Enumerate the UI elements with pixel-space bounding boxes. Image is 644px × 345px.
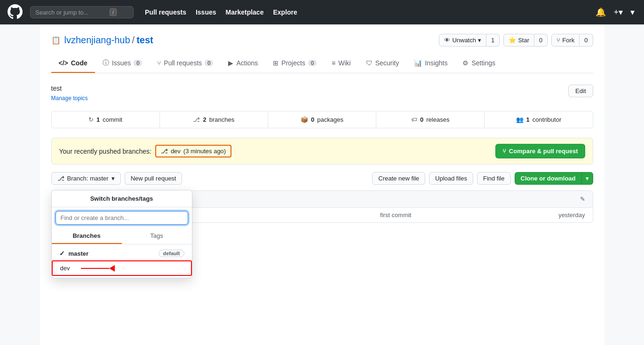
pr-count: 0: [205, 60, 213, 66]
recent-push-banner: Your recently pushed branches: ⎇ dev (3 …: [51, 138, 593, 165]
tab-security[interactable]: 🛡 Security: [358, 54, 407, 73]
contributors-icon: 👥: [516, 116, 524, 123]
wiki-icon: ≡: [332, 59, 335, 67]
code-icon: </>: [59, 59, 68, 67]
notifications-icon[interactable]: 🔔: [594, 5, 608, 19]
branch-tag: ⎇ dev (3 minutes ago): [155, 145, 231, 157]
edit-pencil-icon[interactable]: ✎: [580, 196, 585, 203]
commits-icon: ↻: [88, 116, 94, 123]
topnav-pull-requests[interactable]: Pull requests: [141, 6, 190, 19]
repo-name-link[interactable]: test: [136, 35, 153, 46]
tab-code[interactable]: </> Code: [51, 54, 95, 73]
find-file-button[interactable]: Find file: [477, 172, 511, 185]
plus-icon[interactable]: +▾: [612, 5, 625, 19]
new-pull-request-button[interactable]: New pull request: [125, 172, 183, 185]
topnav-marketplace[interactable]: Marketplace: [222, 6, 268, 19]
tab-wiki[interactable]: ≡ Wiki: [324, 54, 358, 73]
tab-insights[interactable]: 📊 Insights: [406, 54, 455, 73]
search-box[interactable]: /: [30, 6, 134, 18]
branch-item-master[interactable]: ✓ master default: [52, 246, 192, 260]
dropdown-tabs: Branches Tags: [52, 228, 192, 244]
branches-icon: ⎇: [193, 116, 200, 123]
search-input[interactable]: [35, 9, 106, 16]
star-group: ⭐ Star 0: [503, 34, 548, 47]
chevron-down-icon: ▾: [111, 175, 115, 182]
fork-count[interactable]: 0: [580, 34, 593, 47]
clone-download-group: Clone or download ▾: [515, 172, 593, 185]
dropdown-search-container: [52, 207, 192, 228]
default-badge: default: [159, 250, 184, 257]
insights-icon: 📊: [414, 59, 422, 67]
dropdown-branch-list: ✓ master default dev: [52, 244, 192, 278]
contributors-stat[interactable]: 👥 1 contributor: [485, 111, 592, 128]
top-navigation: / Pull requests Issues Marketplace Explo…: [0, 0, 644, 24]
branch-label: Branch: master: [67, 175, 109, 182]
releases-count: 0: [420, 116, 423, 123]
fork-button[interactable]: ⑂ Fork: [551, 34, 580, 47]
repo-description: test Manage topics Edit: [51, 85, 593, 102]
unwatch-count[interactable]: 1: [486, 34, 500, 47]
upload-files-button[interactable]: Upload files: [429, 172, 473, 185]
settings-icon: ⚙: [462, 59, 469, 67]
tags-tab[interactable]: Tags: [122, 228, 192, 244]
create-new-file-button[interactable]: Create new file: [372, 172, 425, 185]
repo-header: 📋 lvzhenjiang-hub / test 👁 Unwatch ▾ 1 ⭐…: [51, 34, 593, 47]
star-label: Star: [518, 37, 529, 44]
releases-stat[interactable]: 🏷 0 releases: [376, 111, 485, 128]
branch-tag-icon: ⎇: [161, 148, 168, 155]
github-logo-icon[interactable]: [8, 4, 23, 21]
manage-topics-link[interactable]: Manage topics: [51, 95, 88, 102]
user-menu-icon[interactable]: ▾: [628, 5, 636, 19]
tab-actions[interactable]: ▶ Actions: [221, 54, 265, 73]
clone-download-caret[interactable]: ▾: [582, 172, 593, 185]
dropdown-arrow: ▾: [478, 37, 481, 44]
toolbar: ⎇ Branch: master ▾ New pull request Crea…: [51, 172, 593, 185]
compare-label: Compare & pull request: [509, 148, 578, 155]
projects-icon: ⊞: [273, 59, 278, 67]
packages-count: 0: [311, 116, 314, 123]
file-time: yesterday: [558, 212, 585, 219]
recent-push-info: Your recently pushed branches: ⎇ dev (3 …: [59, 145, 232, 157]
file-commit-message: first commit: [233, 212, 558, 219]
edit-button[interactable]: Edit: [568, 85, 593, 97]
branch-dropdown: Switch branches/tags Branches Tags ✓ mas…: [51, 190, 192, 278]
dropdown-header: Switch branches/tags: [52, 190, 192, 207]
repo-actions: 👁 Unwatch ▾ 1 ⭐ Star 0 ⑂ Fork 0: [439, 34, 593, 47]
compare-pull-request-button[interactable]: ⑂ Compare & pull request: [495, 144, 585, 158]
tab-pull-requests[interactable]: ⑂ Pull requests 0: [150, 54, 221, 73]
compare-icon: ⑂: [502, 148, 506, 155]
star-icon: ⭐: [509, 37, 516, 44]
topnav-links: Pull requests Issues Marketplace Explore: [141, 6, 586, 19]
issues-icon: ⓘ: [103, 59, 109, 67]
branch-selector-button[interactable]: ⎇ Branch: master ▾: [51, 172, 121, 185]
branches-count: 2: [203, 116, 206, 123]
actions-icon: ▶: [228, 59, 233, 67]
star-button[interactable]: ⭐ Star: [503, 34, 534, 47]
branches-stat[interactable]: ⎇ 2 branches: [160, 111, 268, 128]
clone-download-button[interactable]: Clone or download: [515, 172, 582, 185]
unwatch-button[interactable]: 👁 Unwatch ▾: [439, 34, 486, 47]
tab-projects[interactable]: ⊞ Projects 0: [265, 54, 324, 73]
recent-push-label: Your recently pushed branches:: [59, 148, 151, 155]
check-icon: ✓: [59, 250, 65, 257]
packages-stat[interactable]: 📦 0 packages: [268, 111, 376, 128]
branch-item-dev[interactable]: dev: [52, 260, 192, 276]
repo-owner-link[interactable]: lvzhenjiang-hub: [64, 35, 130, 46]
projects-count: 0: [308, 60, 317, 66]
issues-count: 0: [134, 60, 142, 66]
branches-tab[interactable]: Branches: [52, 228, 122, 244]
repo-icon: 📋: [51, 36, 61, 45]
branch-search-input[interactable]: [56, 211, 188, 225]
topnav-explore[interactable]: Explore: [269, 6, 301, 19]
branch-name-master: master: [69, 250, 89, 257]
packages-icon: 📦: [301, 116, 308, 123]
topnav-right: 🔔 +▾ ▾: [594, 5, 636, 19]
tab-issues[interactable]: ⓘ Issues 0: [95, 54, 150, 73]
tab-settings[interactable]: ⚙ Settings: [455, 54, 503, 73]
repo-tabs: </> Code ⓘ Issues 0 ⑂ Pull requests 0 ▶ …: [51, 54, 593, 73]
fork-group: ⑂ Fork 0: [551, 34, 593, 47]
commits-stat[interactable]: ↻ 1 commit: [52, 111, 160, 128]
topnav-issues[interactable]: Issues: [192, 6, 220, 19]
eye-icon: 👁: [444, 37, 450, 44]
star-count[interactable]: 0: [534, 34, 548, 47]
